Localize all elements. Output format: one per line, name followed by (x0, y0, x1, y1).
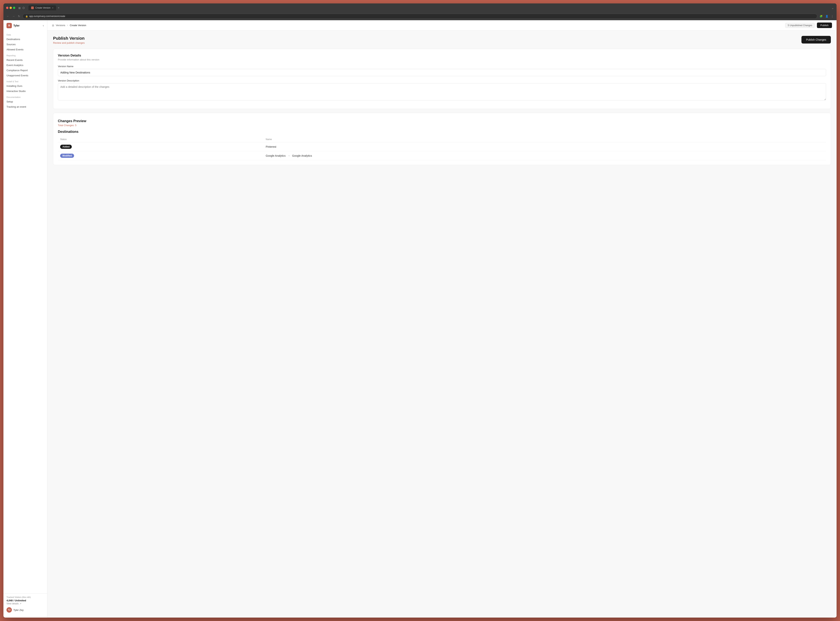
extensions-icon[interactable]: 🧩 (819, 14, 823, 18)
sidebar-workspace-name: Tyler (14, 24, 42, 27)
version-name-input[interactable] (58, 69, 826, 76)
name-to: Google Analytics (292, 154, 312, 157)
page-title: Publish Version (53, 36, 85, 41)
name-from: Google Analytics (266, 154, 286, 157)
version-details-card: Version Details Provide information abou… (53, 49, 831, 109)
toolbar-icons: 🧩 👤 ⋮ (819, 14, 834, 18)
traffic-light-yellow[interactable] (9, 7, 12, 9)
app-layout: R Tyler ∨ Data Destinations Sources Allo… (3, 20, 837, 618)
sidebar-chevron-icon[interactable]: ∨ (42, 24, 44, 27)
sidebar-item-destinations[interactable]: Destinations (3, 36, 47, 42)
table-row: Added Pinterest (58, 142, 826, 151)
browser-toolbar: ← → ↻ 🔒 app.oursprivacy.com/version/crea… (3, 12, 837, 20)
version-desc-textarea[interactable] (58, 83, 826, 100)
row-2-status: Modified (58, 151, 264, 160)
avatar: TZ (6, 607, 12, 613)
destinations-label: Destinations (6, 38, 20, 41)
sidebar-item-installing-ours[interactable]: Installing Ours (3, 83, 47, 89)
changes-preview-card: Changes Preview Total Changes: 5 Destina… (53, 113, 831, 165)
row-2-name: Google Analytics → Google Analytics (264, 151, 826, 160)
page-content: Publish Version Review and publish chang… (47, 30, 837, 618)
sidebar-header: R Tyler ∨ (3, 23, 47, 31)
version-desc-group: Version Description (58, 79, 826, 101)
tab-favicon (31, 6, 34, 9)
tracked-visitors-count: 4,048 / Unlimited (6, 599, 44, 602)
total-changes-label: Total Changes: 5 (58, 124, 826, 127)
sidebar-item-setup[interactable]: Setup (3, 99, 47, 104)
url-text: app.oursprivacy.com/version/create (29, 15, 65, 18)
docs-section-label: Documentation (3, 94, 47, 99)
version-details-subtitle: Provide information about this version (58, 58, 826, 61)
sidebar-logo: R (6, 23, 12, 28)
sidebar-user: TZ Tyler Zey (6, 607, 44, 613)
sidebar-item-unapproved-events[interactable]: Unapproved Events (3, 73, 47, 78)
sidebar-item-event-analytics[interactable]: Event Analytics (3, 63, 47, 68)
breadcrumb-current: Create Version (70, 24, 86, 27)
bar-chart-icon: ▦ (18, 6, 21, 9)
main-content: ⊞ Versions > Create Version 5 Unpublishe… (47, 20, 837, 618)
destinations-section-title: Destinations (58, 130, 826, 134)
sidebar-item-sources[interactable]: Sources (3, 42, 47, 47)
forward-button[interactable]: → (11, 14, 16, 18)
publish-changes-button[interactable]: Publish Changes (801, 36, 831, 44)
refresh-button[interactable]: ↻ (17, 14, 21, 18)
sidebar-footer: Tracked Visitors (this mth) 4,048 / Unli… (3, 594, 47, 615)
arrow-icon: → (288, 154, 290, 157)
traffic-light-red[interactable] (6, 7, 8, 9)
browser-window: ▦ ⬡ Create Version ✕ + ⌄ ← → ↻ 🔒 app.our… (3, 3, 837, 618)
sidebar-item-compliance-report[interactable]: Compliance Report (3, 68, 47, 73)
allowed-events-label: Allowed Events (6, 48, 23, 51)
sidebar-item-recent-events[interactable]: Recent Events (3, 58, 47, 63)
layout-icon: ⊞ (52, 24, 54, 27)
install-section-label: Install & Test (3, 78, 47, 83)
sidebar-item-tracking-event[interactable]: Tracking an event (3, 104, 47, 109)
version-desc-label: Version Description (58, 79, 826, 82)
sidebar: R Tyler ∨ Data Destinations Sources Allo… (3, 20, 47, 618)
traffic-lights (6, 7, 15, 9)
breadcrumb-separator: > (67, 24, 68, 27)
name-col-header: Name (264, 136, 826, 142)
unpublished-changes-badge: 5 Unpublished Changes (785, 23, 814, 28)
new-tab-button[interactable]: + (56, 5, 61, 10)
changes-preview-title: Changes Preview (58, 119, 826, 123)
lock-icon: 🔒 (26, 15, 28, 18)
more-menu-icon[interactable]: ⋮ (830, 14, 834, 18)
active-tab[interactable]: Create Version ✕ (29, 5, 56, 10)
profile-icon[interactable]: 👤 (825, 14, 829, 18)
view-details-link[interactable]: View details ↗ (6, 602, 44, 605)
back-button[interactable]: ← (6, 14, 10, 18)
row-1-status: Added (58, 142, 264, 151)
page-header: Publish Version Review and publish chang… (53, 36, 831, 44)
breadcrumb: ⊞ Versions > Create Version (52, 24, 86, 27)
modified-badge: Modified (60, 154, 74, 158)
external-link-icon: ↗ (20, 602, 21, 605)
sources-label: Sources (6, 43, 16, 46)
tracked-visitors-label: Tracked Visitors (this mth) (6, 596, 44, 598)
browser-titlebar: ▦ ⬡ Create Version ✕ + ⌄ (3, 3, 837, 12)
sidebar-item-allowed-events[interactable]: Allowed Events (3, 47, 47, 52)
version-details-title: Version Details (58, 54, 826, 58)
page-header-text: Publish Version Review and publish chang… (53, 36, 85, 44)
publish-button[interactable]: Publish (817, 23, 832, 28)
traffic-light-green[interactable] (13, 7, 15, 9)
reporting-section-label: Reporting (3, 52, 47, 58)
notion-icon: ⬡ (23, 6, 24, 9)
tab-close-icon[interactable]: ✕ (52, 7, 53, 9)
topbar: ⊞ Versions > Create Version 5 Unpublishe… (47, 20, 837, 30)
topbar-actions: 5 Unpublished Changes Publish (785, 23, 832, 28)
page-subtitle: Review and publish changes (53, 41, 85, 44)
row-1-name: Pinterest (264, 142, 826, 151)
sidebar-item-interactive-studio[interactable]: Interactive Studio (3, 89, 47, 94)
tab-title: Create Version (35, 6, 50, 9)
added-badge: Added (60, 145, 72, 149)
breadcrumb-versions-link[interactable]: Versions (56, 24, 65, 27)
browser-tabs: Create Version ✕ + (29, 5, 829, 10)
address-bar[interactable]: 🔒 app.oursprivacy.com/version/create (23, 14, 817, 19)
version-name-group: Version Name (58, 65, 826, 76)
sidebar-username: Tyler Zey (14, 609, 23, 612)
version-name-label: Version Name (58, 65, 826, 68)
data-section-label: Data (3, 31, 47, 36)
table-row: Modified Google Analytics → Google Analy… (58, 151, 826, 160)
changes-table: Status Name Added Pinterest (58, 136, 826, 160)
window-minimize-icon[interactable]: ⌄ (831, 6, 834, 10)
